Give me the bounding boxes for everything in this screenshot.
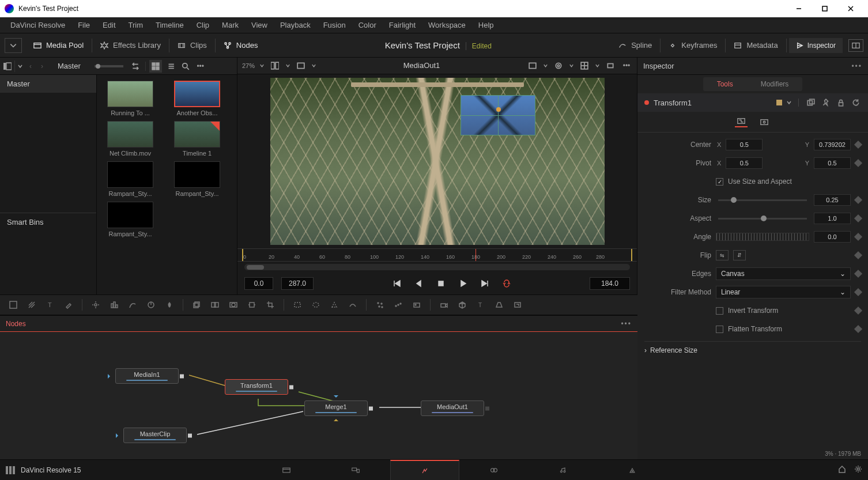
lock-icon[interactable] bbox=[836, 97, 846, 108]
enable-dot-icon[interactable] bbox=[644, 100, 649, 105]
chevron-down-icon[interactable] bbox=[543, 62, 548, 70]
size-slider[interactable] bbox=[718, 199, 807, 201]
rect-mask-icon[interactable] bbox=[289, 297, 306, 313]
size-field[interactable]: 0.25 bbox=[814, 194, 851, 206]
single-rect-icon[interactable] bbox=[605, 60, 616, 71]
time-ruler[interactable]: 0 20 40 60 80 100 120 140 160 180 200 22… bbox=[237, 248, 637, 262]
home-icon[interactable] bbox=[838, 465, 846, 475]
page-fusion[interactable] bbox=[390, 460, 459, 481]
controls-tab-icon[interactable] bbox=[735, 117, 748, 127]
keyframe-icon[interactable] bbox=[854, 214, 862, 222]
node-merge1[interactable]: Merge1 bbox=[304, 400, 368, 416]
color-chip-icon[interactable] bbox=[776, 100, 782, 105]
ellipse-mask-icon[interactable] bbox=[307, 297, 324, 313]
onion-icon[interactable] bbox=[553, 60, 564, 71]
brightness-icon[interactable] bbox=[87, 297, 104, 313]
flatten-checkbox[interactable] bbox=[716, 326, 723, 333]
thumb-size-slider[interactable] bbox=[95, 65, 123, 67]
grid-icon[interactable] bbox=[579, 60, 590, 71]
node-transform1[interactable]: Transform1 bbox=[225, 379, 288, 395]
metadata-button[interactable]: Metadata bbox=[728, 37, 783, 53]
chevron-down-icon[interactable] bbox=[17, 62, 23, 70]
nav-back-icon[interactable]: ‹ bbox=[25, 61, 36, 71]
page-edit[interactable] bbox=[321, 460, 390, 481]
chevron-down-icon[interactable] bbox=[259, 62, 265, 70]
center-x-field[interactable]: 0.5 bbox=[726, 139, 763, 150]
scrub-bar[interactable] bbox=[244, 264, 630, 270]
dual-screen-icon[interactable] bbox=[848, 39, 863, 52]
settings-icon[interactable] bbox=[854, 465, 862, 475]
keyframe-icon[interactable] bbox=[854, 251, 862, 259]
more-icon[interactable]: ••• bbox=[621, 60, 632, 71]
minimize-button[interactable] bbox=[786, 0, 812, 17]
keyframe-icon[interactable] bbox=[854, 270, 862, 278]
in-frame-field[interactable]: 0.0 bbox=[244, 277, 273, 290]
keyframe-icon[interactable] bbox=[854, 141, 862, 149]
flip-h-button[interactable]: ⇋ bbox=[716, 250, 729, 260]
chevron-down-icon[interactable] bbox=[595, 62, 600, 70]
go-start-button[interactable] bbox=[390, 277, 404, 290]
menu-edit[interactable]: Edit bbox=[97, 18, 121, 32]
clip-thumb[interactable]: Rampant_Sty... bbox=[101, 202, 159, 237]
current-frame-field[interactable]: 184.0 bbox=[590, 277, 630, 290]
single-view-icon[interactable] bbox=[295, 60, 307, 71]
menu-timeline[interactable]: Timeline bbox=[150, 18, 190, 32]
menu-trim[interactable]: Trim bbox=[123, 18, 149, 32]
clip-thumb[interactable]: Net Climb.mov bbox=[101, 121, 159, 157]
channels-icon[interactable] bbox=[105, 297, 123, 313]
pivot-y-field[interactable]: 0.5 bbox=[814, 157, 851, 169]
clip-thumb[interactable]: Rampant_Sty... bbox=[168, 161, 226, 197]
menu-workspace[interactable]: Workspace bbox=[422, 18, 471, 32]
menu-clip[interactable]: Clip bbox=[191, 18, 215, 32]
inspector-node-header[interactable]: Transform1 bbox=[637, 93, 868, 112]
invert-checkbox[interactable] bbox=[716, 307, 723, 315]
menu-fairlight[interactable]: Fairlight bbox=[383, 18, 421, 32]
chevron-down-icon[interactable] bbox=[569, 62, 574, 70]
node-graph[interactable]: MediaIn1 Transform1 Merge1 MediaOut1 Mas… bbox=[0, 332, 637, 459]
chevron-down-icon[interactable] bbox=[787, 99, 791, 107]
particles-icon[interactable] bbox=[371, 297, 388, 313]
more-icon[interactable]: ••• bbox=[851, 62, 862, 70]
more-icon[interactable]: ••• bbox=[621, 320, 632, 328]
keyframe-icon[interactable] bbox=[854, 288, 862, 296]
menu-mark[interactable]: Mark bbox=[216, 18, 244, 32]
menu-playback[interactable]: Playback bbox=[274, 18, 316, 32]
camera-icon[interactable] bbox=[435, 297, 452, 313]
go-end-button[interactable] bbox=[478, 277, 492, 290]
page-fairlight[interactable] bbox=[529, 460, 598, 481]
menu-fusion[interactable]: Fusion bbox=[318, 18, 352, 32]
pin-icon[interactable] bbox=[821, 97, 831, 108]
render3d-icon[interactable] bbox=[509, 297, 526, 313]
keyframes-button[interactable]: Keyframes bbox=[663, 37, 723, 53]
inspector-button[interactable]: Inspector bbox=[789, 38, 843, 53]
media-pool-button[interactable]: Media Pool bbox=[28, 37, 89, 53]
pip-overlay[interactable] bbox=[461, 95, 535, 135]
loop-button[interactable] bbox=[500, 277, 514, 290]
keyframe-icon[interactable] bbox=[854, 233, 862, 241]
page-media[interactable] bbox=[252, 460, 321, 481]
nav-forward-icon[interactable]: › bbox=[37, 61, 47, 71]
grid-view-icon[interactable] bbox=[149, 60, 162, 73]
stop-button[interactable] bbox=[434, 277, 448, 290]
resize-icon[interactable] bbox=[243, 297, 261, 313]
keyframe-icon[interactable] bbox=[854, 159, 862, 167]
clip-thumb[interactable]: Rampant_Sty... bbox=[101, 161, 159, 197]
maximize-button[interactable] bbox=[812, 0, 837, 17]
settings-tab-icon[interactable] bbox=[758, 117, 771, 127]
zoom-level[interactable]: 27% bbox=[242, 62, 255, 69]
reset-icon[interactable] bbox=[851, 97, 861, 108]
clips-button[interactable]: Clips bbox=[172, 37, 213, 53]
menu-color[interactable]: Color bbox=[353, 18, 382, 32]
poly-mask-icon[interactable] bbox=[326, 297, 343, 313]
node-mediain1[interactable]: MediaIn1 bbox=[115, 368, 179, 384]
chevron-down-icon[interactable] bbox=[311, 62, 316, 70]
use-size-checkbox[interactable]: ✓ bbox=[716, 178, 723, 186]
timeline-thumb[interactable]: Timeline 1 bbox=[168, 121, 226, 157]
matte-icon[interactable] bbox=[225, 297, 242, 313]
bspline-mask-icon[interactable] bbox=[344, 297, 361, 313]
keyframe-icon[interactable] bbox=[854, 196, 862, 204]
crop-icon[interactable] bbox=[262, 297, 279, 313]
blur-icon[interactable] bbox=[161, 297, 178, 313]
search-icon[interactable] bbox=[179, 60, 192, 73]
particles2-icon[interactable] bbox=[390, 297, 407, 313]
